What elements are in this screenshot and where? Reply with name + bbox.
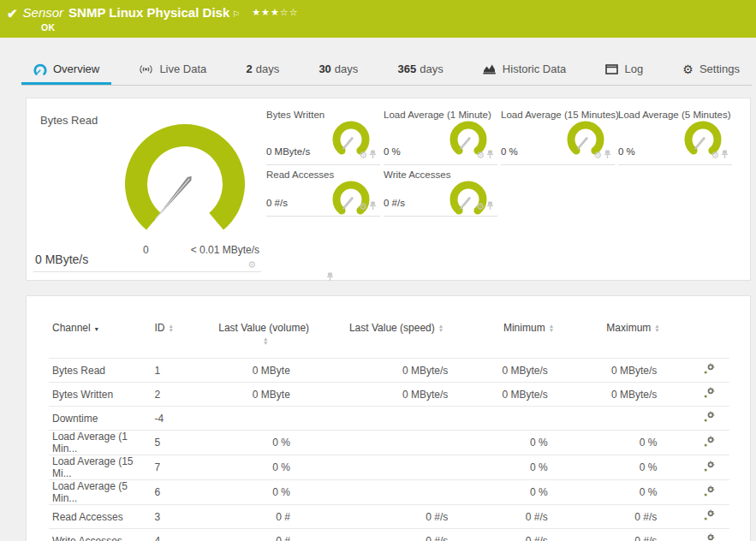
column-header-channel[interactable]: Channel▾ <box>49 310 152 359</box>
gauge-value: 0 MByte/s <box>266 146 310 157</box>
cell-id: 4 <box>152 529 214 541</box>
pin-icon[interactable] <box>486 147 494 163</box>
primary-gauge-value: 0 MByte/s <box>35 253 88 266</box>
cell-id: 5 <box>152 431 214 455</box>
channel-settings-wrench-icon[interactable] <box>703 363 715 378</box>
cell-last-volume: 0 MByte <box>213 383 313 407</box>
tab-30-days[interactable]: 30days <box>307 53 370 85</box>
cell-last-speed <box>314 431 479 455</box>
gauge-cell-read-accesses: Read Accesses0 #/s⚙ <box>266 167 380 217</box>
sort-icon: ▲▼ <box>263 337 268 345</box>
cell-last-volume <box>213 407 313 431</box>
sort-icon: ▲▼ <box>654 324 659 332</box>
gear-icon[interactable]: ⚙ <box>476 202 485 211</box>
pin-icon[interactable] <box>486 199 494 214</box>
tab-log[interactable]: Log <box>593 53 655 85</box>
table-row: Bytes Written20 MByte0 MByte/s0 MByte/s0… <box>49 383 729 407</box>
channel-settings-wrench-icon[interactable] <box>703 387 715 401</box>
gauge-cell-load-average-1-minute: Load Average (1 Minute)0 %⚙ <box>384 107 497 165</box>
column-header-maximum[interactable]: Maximum▲▼ <box>579 310 688 359</box>
tab-bar: OverviewLive Data2days30days365daysHisto… <box>21 53 752 86</box>
pin-icon[interactable] <box>369 147 377 163</box>
table-row: Load Average (5 Min...60 %0 %0 % <box>49 480 729 505</box>
channel-settings-wrench-icon[interactable] <box>703 533 715 541</box>
gauge-scale-min: 0 <box>143 244 149 256</box>
cell-last-volume: 0 % <box>213 455 313 480</box>
column-header-id[interactable]: ID▲▼ <box>152 310 214 359</box>
cell-channel: Downtime <box>49 407 152 431</box>
tab-label: Overview <box>53 62 99 75</box>
gauge-needle <box>151 175 193 223</box>
gear-icon[interactable]: ⚙ <box>359 202 367 211</box>
channel-settings-wrench-icon[interactable] <box>703 436 715 450</box>
gauge-value: 0 % <box>384 146 401 157</box>
cell-channel: Write Accesses <box>49 529 152 541</box>
column-header-last-value-volume[interactable]: Last Value (volume)▲▼ <box>213 310 313 359</box>
tab-label: days <box>256 62 279 75</box>
cell-minimum: 0 #/s <box>479 505 578 529</box>
channel-settings-wrench-icon[interactable] <box>703 509 715 524</box>
pin-icon[interactable] <box>721 147 729 163</box>
tab-historic-data[interactable]: Historic Data <box>471 53 578 85</box>
table-row: Write Accesses40 #0 #/s0 #/s0 #/s <box>49 529 729 541</box>
cell-channel: Bytes Written <box>49 383 152 407</box>
gauge-actions: ⚙ <box>247 260 258 270</box>
channel-settings-wrench-icon[interactable] <box>703 411 715 425</box>
cell-id: 7 <box>152 455 214 480</box>
priority-stars[interactable]: ★★★☆☆ <box>252 7 298 18</box>
gauge-value: 0 % <box>501 146 518 157</box>
column-label: Minimum <box>503 322 545 334</box>
tab-365-days[interactable]: 365days <box>386 53 455 85</box>
gauge-value: 0 % <box>618 146 635 157</box>
gear-icon[interactable]: ⚙ <box>593 151 602 160</box>
pin-icon[interactable] <box>604 147 611 163</box>
cell-maximum: 0 #/s <box>579 529 688 541</box>
cell-last-speed: 0 #/s <box>314 529 479 541</box>
sensor-prefix: Sensor <box>23 5 64 20</box>
gear-icon[interactable]: ⚙ <box>247 260 256 270</box>
cell-maximum <box>579 407 688 431</box>
channel-settings-wrench-icon[interactable] <box>703 485 715 500</box>
tab-label: days <box>335 62 358 75</box>
sensor-title: SNMP Linux Physical Disk <box>68 5 229 20</box>
cell-channel: Load Average (1 Min... <box>49 431 152 455</box>
channel-settings-wrench-icon[interactable] <box>703 461 715 475</box>
cell-maximum: 0 MByte/s <box>579 359 688 383</box>
live-icon <box>139 64 153 74</box>
cell-id: 2 <box>152 383 214 407</box>
cell-maximum: 0 MByte/s <box>579 383 688 407</box>
tab-number: 365 <box>398 62 417 75</box>
sort-desc-icon: ▾ <box>95 325 98 333</box>
column-label: ID <box>155 322 165 334</box>
log-icon <box>605 64 618 74</box>
tab-2-days[interactable]: 2days <box>234 53 291 85</box>
cell-last-speed: 0 MByte/s <box>314 359 479 383</box>
gear-icon[interactable]: ⚙ <box>359 151 367 160</box>
tab-overview[interactable]: Overview <box>21 53 111 85</box>
gear-icon[interactable]: ⚙ <box>476 151 485 160</box>
column-label: Maximum <box>606 322 651 334</box>
gauges-panel: Bytes Read 0 < 0.01 MByte/s 0 MByte/s ⚙ … <box>26 98 751 281</box>
column-header-minimum[interactable]: Minimum▲▼ <box>479 310 578 359</box>
cell-minimum: 0 #/s <box>479 529 578 541</box>
gauge-cell-load-average-15-minutes: Load Average (15 Minutes)0 %⚙ <box>501 107 615 165</box>
pin-icon[interactable] <box>326 272 334 282</box>
status-check-icon: ✔ <box>7 6 18 21</box>
gauge-cell-bytes-written: Bytes Written0 MByte/s⚙ <box>266 107 380 165</box>
cell-minimum <box>479 407 578 431</box>
gear-icon[interactable]: ⚙ <box>711 151 719 160</box>
gauge-title: Write Accesses <box>384 169 450 180</box>
column-header-last-value-speed[interactable]: Last Value (speed)▲▼ <box>314 310 479 359</box>
column-label: Channel <box>52 322 91 334</box>
flag-icon[interactable]: ⚐ <box>232 9 240 19</box>
pin-icon[interactable] <box>369 199 377 214</box>
cell-last-volume: 0 # <box>213 505 313 529</box>
tab-live-data[interactable]: Live Data <box>127 53 218 85</box>
tab-number: 2 <box>246 62 252 75</box>
cell-maximum: 0 #/s <box>579 505 688 529</box>
cell-last-volume: 0 % <box>213 480 313 505</box>
column-label: Last Value (speed) <box>349 322 435 334</box>
table-row: Load Average (1 Min...50 %0 %0 % <box>49 431 729 455</box>
cell-channel: Bytes Read <box>49 359 152 383</box>
tab-settings[interactable]: ⚙Settings <box>670 53 752 85</box>
